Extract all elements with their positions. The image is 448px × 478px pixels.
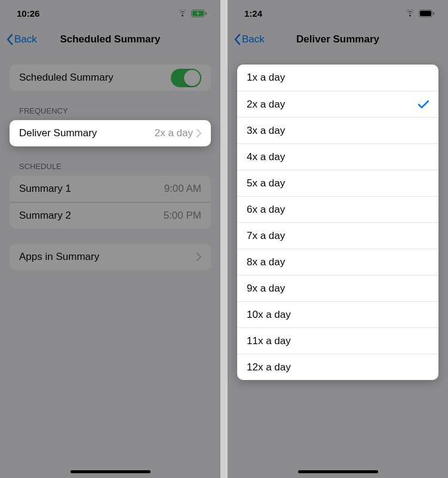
status-time: 10:26	[17, 8, 39, 19]
frequency-option-label: 2x a day	[247, 99, 285, 111]
frequency-option[interactable]: 3x a day	[237, 117, 438, 143]
frequency-header: FREQUENCY	[10, 106, 211, 120]
apps-in-summary-label: Apps in Summary	[19, 251, 99, 263]
nav-bar: Back Scheduled Summary	[0, 26, 220, 53]
nav-bar: Back Deliver Summary	[228, 26, 448, 53]
frequency-option[interactable]: 1x a day	[237, 65, 438, 91]
frequency-option-label: 10x a day	[247, 309, 291, 321]
schedule-header: SCHEDULE	[10, 162, 211, 176]
chevron-right-icon	[197, 253, 201, 261]
status-bar: 10:26	[0, 0, 220, 26]
nav-title: Deliver Summary	[228, 33, 448, 45]
summary-1-time: 9:00 AM	[164, 183, 201, 195]
deliver-summary-value: 2x a day	[155, 127, 193, 139]
frequency-option-label: 6x a day	[247, 204, 285, 216]
svg-rect-2	[205, 12, 207, 15]
scheduled-summary-toggle-row[interactable]: Scheduled Summary	[10, 65, 211, 91]
frequency-option[interactable]: 9x a day	[237, 275, 438, 301]
frequency-option[interactable]: 10x a day	[237, 301, 438, 327]
apps-in-summary-row[interactable]: Apps in Summary	[10, 244, 211, 270]
summary-1-label: Summary 1	[19, 183, 71, 195]
wifi-icon	[405, 10, 415, 17]
frequency-option[interactable]: 4x a day	[237, 143, 438, 170]
status-icons	[177, 10, 207, 17]
frequency-option[interactable]: 12x a day	[237, 354, 438, 380]
wifi-icon	[177, 10, 188, 17]
phone-scheduled-summary: 10:26 Back Scheduled Summary Scheduled S…	[0, 0, 220, 478]
chevron-right-icon	[197, 129, 201, 137]
svg-rect-5	[433, 12, 434, 15]
nav-title: Scheduled Summary	[0, 33, 220, 45]
home-indicator[interactable]	[70, 470, 151, 473]
toggle-switch[interactable]	[171, 69, 201, 87]
toggle-knob	[184, 70, 200, 86]
svg-rect-4	[420, 11, 431, 16]
home-indicator[interactable]	[298, 470, 378, 473]
deliver-summary-label: Deliver Summary	[19, 127, 97, 139]
checkmark-icon	[418, 100, 429, 109]
toggle-label: Scheduled Summary	[19, 72, 113, 84]
frequency-option-label: 12x a day	[247, 361, 291, 373]
phone-deliver-summary: 1:24 Back Deliver Summary 1x a day2x a d…	[228, 0, 448, 478]
status-icons	[405, 10, 435, 17]
battery-icon	[419, 10, 435, 17]
summary-2-row[interactable]: Summary 2 5:00 PM	[10, 202, 211, 228]
status-bar: 1:24	[228, 0, 448, 26]
frequency-option[interactable]: 11x a day	[237, 327, 438, 354]
frequency-option[interactable]: 5x a day	[237, 170, 438, 196]
summary-1-row[interactable]: Summary 1 9:00 AM	[10, 176, 211, 202]
status-time: 1:24	[244, 8, 262, 19]
frequency-option-label: 5x a day	[247, 177, 285, 189]
frequency-option[interactable]: 7x a day	[237, 222, 438, 249]
frequency-option[interactable]: 8x a day	[237, 249, 438, 275]
frequency-option[interactable]: 2x a day	[237, 91, 438, 117]
summary-2-time: 5:00 PM	[164, 210, 201, 222]
frequency-option-label: 9x a day	[247, 283, 285, 295]
frequency-option-label: 1x a day	[247, 72, 285, 84]
summary-2-label: Summary 2	[19, 210, 71, 222]
frequency-options-list: 1x a day2x a day3x a day4x a day5x a day…	[237, 65, 438, 380]
frequency-option-label: 7x a day	[247, 230, 285, 242]
frequency-option-label: 4x a day	[247, 151, 285, 163]
frequency-option-label: 8x a day	[247, 256, 285, 268]
frequency-option[interactable]: 6x a day	[237, 196, 438, 222]
frequency-option-label: 11x a day	[247, 335, 291, 347]
deliver-summary-row[interactable]: Deliver Summary 2x a day	[10, 120, 211, 146]
frequency-option-label: 3x a day	[247, 125, 285, 137]
battery-charging-icon	[191, 10, 207, 17]
